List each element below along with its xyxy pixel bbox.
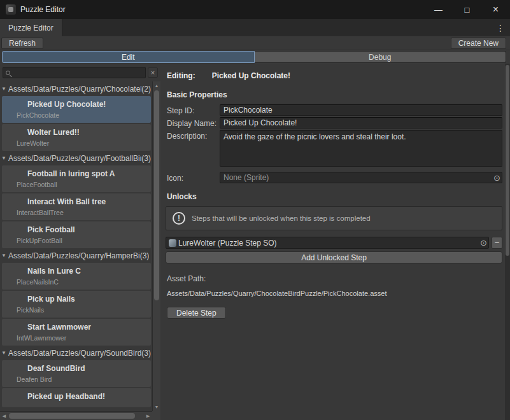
remove-unlocked-step-button[interactable]: −	[492, 237, 502, 249]
list-item[interactable]: Pick Football PickUpFootBall	[2, 221, 151, 248]
create-new-button[interactable]: Create New	[451, 38, 506, 49]
section-header-football[interactable]: ▼ Assets/Data/Puzzles/Quarry/FootballBir…	[0, 152, 152, 164]
foldout-icon: ▼	[1, 155, 6, 161]
search-box	[3, 67, 146, 78]
window-menu-icon[interactable]: ⋮	[496, 19, 505, 36]
step-id: PlaceFootball	[8, 181, 147, 188]
step-title: Football in luring spot A	[8, 169, 147, 178]
list-item[interactable]: Start Lawnmower IntWLawnmower	[2, 319, 151, 346]
list-item[interactable]: Wolter Lured!! LureWolter	[2, 124, 151, 151]
info-icon: !	[173, 212, 185, 225]
step-editor-panel: Editing: Picked Up Chocolate! Basic Prop…	[160, 64, 505, 420]
foldout-icon: ▼	[1, 86, 6, 92]
step-id: PickChocolate	[8, 111, 147, 119]
minimize-button[interactable]: —	[424, 0, 453, 19]
close-button[interactable]: ×	[481, 0, 510, 19]
puzzle-list-panel: × ▼ Assets/Data/Puzzles/Quarry/Chocolate…	[0, 64, 160, 420]
list-vertical-scrollbar[interactable]: ▲ ▼	[152, 81, 160, 411]
asset-path-value: Assets/Data/Puzzles/Quarry/ChocolateBird…	[167, 290, 502, 297]
section-label: Assets/Data/Puzzles/Quarry/FootballBir	[8, 154, 141, 163]
step-title: Pick up Nails	[8, 295, 147, 304]
list-item[interactable]: Football in luring spot A PlaceFootball	[2, 165, 151, 192]
delete-step-button[interactable]: Delete Step	[167, 307, 226, 319]
list-horizontal-scrollbar[interactable]: ◀ ▶	[0, 411, 152, 420]
section-label: Assets/Data/Puzzles/Quarry/HamperBi	[8, 251, 140, 260]
list-item[interactable]: Picked up Headband!	[2, 388, 151, 407]
tab-edit[interactable]: Edit	[2, 51, 255, 63]
section-count: (3)	[141, 349, 151, 358]
unlocks-help-text: Steps that will be unlocked when this st…	[192, 214, 371, 222]
search-clear-button[interactable]: ×	[148, 67, 158, 78]
object-picker-icon[interactable]: ⊙	[493, 172, 500, 183]
window-scroll-thumb[interactable]	[506, 65, 509, 256]
puzzle-step-so-icon	[169, 239, 176, 247]
step-id: PlaceNailsInC	[8, 278, 147, 286]
list-item[interactable]: Pick up Nails PickNails	[2, 291, 151, 318]
section-header-chocolate[interactable]: ▼ Assets/Data/Puzzles/Quarry/Chocolatel …	[0, 83, 152, 95]
section-header-hamper[interactable]: ▼ Assets/Data/Puzzles/Quarry/HamperBi (3…	[0, 249, 152, 262]
app-icon	[6, 4, 16, 15]
step-id: InteractBallTree	[8, 209, 147, 216]
list-item[interactable]: Nails In Lure C PlaceNailsInC	[2, 263, 151, 290]
step-id: LureWolter	[8, 139, 147, 147]
step-id: IntWLawnmower	[8, 334, 147, 342]
tab-debug[interactable]: Debug	[255, 51, 507, 63]
section-label: Assets/Data/Puzzles/Quarry/SoundBird	[8, 349, 141, 358]
icon-object-field[interactable]: None (Sprite) ⊙	[220, 172, 502, 183]
description-label: Description:	[166, 130, 220, 141]
step-id: PickUpFootBall	[8, 237, 147, 244]
window-vertical-scrollbar[interactable]	[505, 64, 510, 420]
step-title: Nails In Lure C	[8, 267, 147, 276]
tab-puzzle-editor[interactable]: Puzzle Editor	[0, 19, 62, 36]
add-unlocked-step-button[interactable]: Add Unlocked Step	[166, 251, 502, 263]
step-title: Pick Football	[8, 225, 147, 234]
basic-properties-title: Basic Properties	[167, 90, 502, 99]
step-title: Interact With Ball tree	[8, 197, 147, 206]
foldout-icon: ▼	[1, 350, 6, 356]
step-id-label: Step ID:	[166, 104, 220, 115]
scroll-down-icon[interactable]: ▼	[153, 403, 160, 411]
list-item[interactable]: Interact With Ball tree InteractBallTree	[2, 193, 151, 220]
section-count: (2)	[141, 85, 151, 94]
section-count: (3)	[140, 251, 150, 260]
scroll-left-icon[interactable]: ◀	[0, 412, 8, 420]
tab-strip: Puzzle Editor ⋮	[0, 19, 510, 36]
title-bar: Puzzle Editor — □ ×	[0, 0, 510, 19]
scroll-up-icon[interactable]: ▲	[153, 81, 160, 90]
scrollbar-corner	[152, 411, 160, 420]
scroll-right-icon[interactable]: ▶	[144, 412, 152, 420]
vertical-scroll-thumb[interactable]	[154, 90, 159, 300]
step-id: PickNails	[8, 306, 147, 314]
list-item[interactable]: Picked Up Chocolate! PickChocolate	[2, 96, 151, 123]
mode-tabs: Edit Debug	[0, 50, 510, 64]
toolbar: Refresh Create New	[0, 36, 510, 50]
editing-step-name: Picked Up Chocolate!	[212, 71, 290, 80]
foldout-icon: ▼	[1, 253, 6, 258]
display-name-field[interactable]	[220, 117, 502, 129]
search-input[interactable]	[13, 69, 143, 76]
unlocked-step-value: LureWolter (Puzzle Step SO)	[178, 239, 277, 248]
unlocks-helpbox: ! Steps that will be unlocked when this …	[166, 206, 502, 230]
icon-field-value: None (Sprite)	[223, 173, 269, 182]
section-header-soundbird[interactable]: ▼ Assets/Data/Puzzles/Quarry/SoundBird (…	[0, 347, 152, 359]
object-picker-icon[interactable]: ⊙	[480, 237, 487, 248]
unlocks-title: Unlocks	[167, 192, 502, 201]
description-field[interactable]: Avoid the gaze of the picnic lovers and …	[220, 130, 502, 167]
step-title: Deaf SoundBird	[8, 364, 147, 373]
section-label: Assets/Data/Puzzles/Quarry/Chocolatel	[8, 85, 141, 94]
puzzle-step-list: ▼ Assets/Data/Puzzles/Quarry/Chocolatel …	[0, 81, 152, 411]
icon-label: Icon:	[166, 172, 220, 183]
step-id-field[interactable]	[220, 104, 502, 116]
refresh-button[interactable]: Refresh	[1, 38, 43, 49]
display-name-label: Display Name:	[166, 117, 220, 128]
step-id: Deafen Bird	[8, 375, 147, 383]
section-count: (3)	[141, 154, 151, 163]
horizontal-scroll-thumb[interactable]	[9, 413, 135, 419]
step-title: Picked Up Chocolate!	[8, 100, 147, 109]
editing-label: Editing:	[167, 71, 195, 80]
list-item[interactable]: Deaf SoundBird Deafen Bird	[2, 360, 151, 387]
unlocked-step-object-field[interactable]: LureWolter (Puzzle Step SO) ⊙	[166, 237, 489, 249]
maximize-button[interactable]: □	[453, 0, 481, 19]
step-title: Start Lawnmower	[8, 323, 147, 332]
asset-path-label: Asset Path:	[167, 274, 502, 283]
